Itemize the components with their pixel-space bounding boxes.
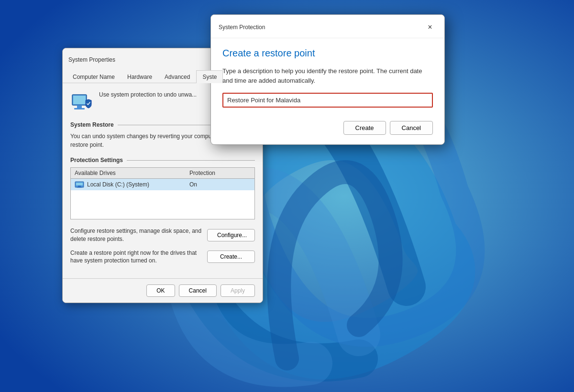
tab-advanced[interactable]: Advanced [158,70,196,83]
dialog-title: System Protection [219,24,265,31]
system-properties-footer: OK Cancel Apply [63,278,263,303]
dialog-heading: Create a restore point [222,48,433,59]
create-desc: Create a restore point right now for the… [70,249,207,265]
dialog-titlebar: System Protection × [211,15,444,38]
section-divider-2 [127,160,255,161]
svg-rect-4 [74,108,85,109]
tab-computer-name[interactable]: Computer Name [66,70,121,83]
svg-rect-2 [73,96,86,104]
configure-action-row: Configure restore settings, manage disk … [70,227,255,243]
create-action-row: Create a restore point right now for the… [70,249,255,265]
create-restore-button[interactable]: Create... [207,250,255,263]
protection-desc-text: Use system protection to undo unwa... [99,91,197,99]
pc-icon [70,91,93,114]
apply-button[interactable]: Apply [221,284,255,297]
svg-rect-3 [77,105,82,108]
dialog-content: Create a restore point Type a descriptio… [211,38,444,144]
svg-rect-7 [78,185,81,187]
configure-desc: Configure restore settings, manage disk … [70,227,207,243]
protection-status: On [189,181,197,188]
table-row[interactable]: Local Disk (C:) (System) On [71,179,254,190]
system-protection-dialog: System Protection × Create a restore poi… [210,14,445,145]
svg-rect-6 [76,183,83,185]
tab-hardware[interactable]: Hardware [121,70,158,83]
cancel-button[interactable]: Cancel [179,284,217,297]
drive-icon [75,181,84,188]
restore-point-input[interactable] [222,93,433,108]
protection-settings-title: Protection Settings [70,157,123,163]
dialog-buttons: Create Cancel [222,117,433,137]
dialog-close-button[interactable]: × [423,21,437,34]
dialog-cancel-button[interactable]: Cancel [390,121,433,135]
ok-button[interactable]: OK [146,284,175,297]
system-restore-title: System Restore [70,121,114,128]
create-button[interactable]: Create [343,121,386,135]
col-available-drives: Available Drives [75,170,189,176]
protection-settings-header: Protection Settings [70,157,255,163]
system-properties-title: System Properties [68,56,115,63]
table-header: Available Drives Protection [71,168,254,179]
drive-name: Local Disk (C:) (System) [75,181,189,188]
configure-button[interactable]: Configure... [207,229,255,241]
dialog-description: Type a description to help you identify … [222,66,433,85]
col-protection: Protection [189,170,215,176]
table-empty-area [71,190,254,219]
svg-rect-8 [77,187,82,188]
tab-system[interactable]: Syste [196,70,223,83]
protection-settings-table: Available Drives Protection Local Disk (… [70,167,255,219]
